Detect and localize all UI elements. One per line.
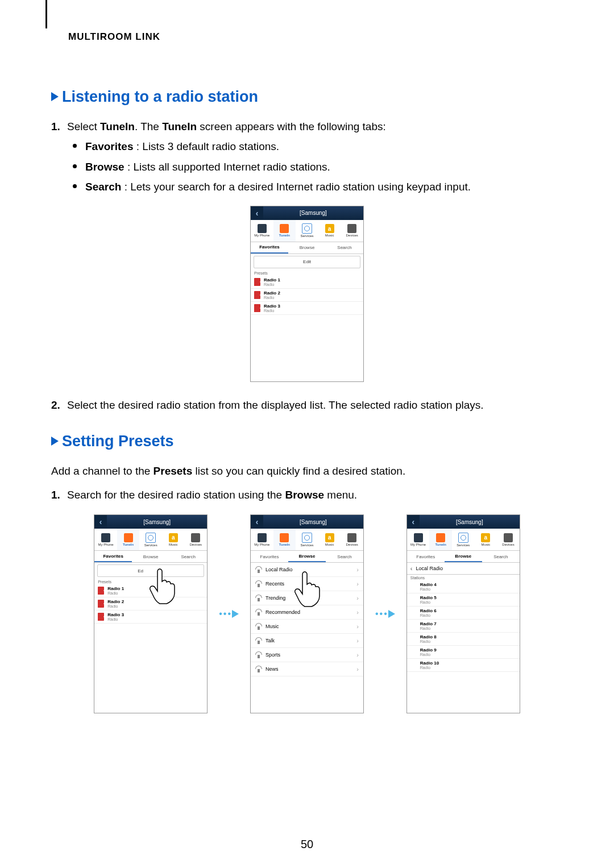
station-row[interactable]: Radio 3Radio: [94, 610, 207, 624]
app-titlebar: ‹[Samsung]: [251, 515, 363, 529]
tabs-row: Favorites Browse Search: [251, 551, 363, 563]
station-row[interactable]: Radio 1Radio: [94, 584, 207, 597]
back-icon[interactable]: ‹: [94, 515, 107, 529]
nav-my-phone[interactable]: My Phone: [94, 529, 117, 550]
station-sub: Radio: [420, 639, 437, 643]
station-name: Radio 2: [107, 599, 124, 604]
back-icon[interactable]: ‹: [251, 515, 263, 529]
tab-bullets: Favorites : Lists 3 default radio statio…: [73, 138, 563, 195]
station-row[interactable]: Radio 9Radio: [407, 646, 520, 659]
t: list so you can quickly find a desired s…: [192, 465, 405, 477]
station-row[interactable]: Radio 10Radio: [407, 659, 520, 672]
presets-label: Presets: [251, 270, 363, 276]
edit-button[interactable]: Ed: [97, 564, 204, 577]
station-row[interactable]: Radio 2Radio: [251, 289, 363, 302]
local-radio-header[interactable]: ‹Local Radio: [407, 563, 520, 575]
station-name: Radio 3: [264, 304, 280, 309]
nav-tunein[interactable]: TuneIn: [273, 529, 296, 550]
label: Trending: [265, 595, 285, 601]
browse-sports[interactable]: Sports›: [251, 648, 363, 662]
station-row[interactable]: Radio 3Radio: [251, 302, 363, 315]
browse-local-radio[interactable]: Local Radio›: [251, 563, 363, 577]
station-row[interactable]: Radio 2Radio: [94, 597, 207, 610]
lbl: TuneIn: [279, 234, 290, 237]
tab-favorites[interactable]: Favorites: [94, 551, 132, 562]
t: menu.: [324, 489, 357, 501]
nav-my-phone[interactable]: My Phone: [251, 529, 273, 550]
browse-music[interactable]: Music›: [251, 620, 363, 634]
browse-recommended[interactable]: Recommended›: [251, 605, 363, 620]
screenshot-favorites-center: ‹ [Samsung] My Phone TuneIn Services Mus…: [51, 206, 563, 382]
browse-trending[interactable]: Trending›: [251, 591, 363, 605]
label: Local Radio: [265, 567, 293, 572]
tab-browse[interactable]: Browse: [132, 551, 169, 562]
tab-browse[interactable]: Browse: [288, 551, 326, 562]
tab-search[interactable]: Search: [169, 551, 207, 562]
nav-services[interactable]: Services: [139, 529, 162, 550]
step2-text: Select the desired radio station from th…: [67, 399, 484, 411]
tab-browse[interactable]: Browse: [445, 551, 482, 562]
steps-list-2: 1. Search for the desired radio station …: [51, 487, 563, 503]
lbl: Music: [482, 543, 491, 546]
nav-music[interactable]: Music: [475, 529, 497, 550]
back-icon[interactable]: ‹: [407, 515, 420, 529]
app-screenshot-4: ‹[Samsung] My Phone TuneIn Services Musi…: [406, 514, 520, 713]
station-name: Radio 2: [264, 290, 280, 296]
bullet-browse: Browse : Lists all supported Internet ra…: [73, 159, 563, 175]
nav-devices[interactable]: Devices: [341, 220, 363, 242]
nav-services[interactable]: Services: [296, 220, 318, 242]
tab-browse[interactable]: Browse: [288, 242, 326, 254]
nav-devices[interactable]: Devices: [497, 529, 520, 550]
nav-tunein[interactable]: TuneIn: [429, 529, 452, 550]
chevron-right-icon: ›: [356, 623, 359, 630]
t: Add a channel to the: [51, 465, 154, 477]
app-screenshot-2: ‹[Samsung] My Phone TuneIn Services Musi…: [94, 514, 208, 713]
tab-search[interactable]: Search: [482, 551, 520, 562]
station-row[interactable]: Radio 8Radio: [407, 633, 520, 646]
t: Browse: [85, 161, 125, 173]
back-icon[interactable]: ‹: [251, 206, 263, 220]
station-row[interactable]: Radio 6Radio: [407, 607, 520, 620]
tab-favorites[interactable]: Favorites: [251, 242, 288, 254]
lbl: Devices: [502, 543, 514, 546]
tab-favorites[interactable]: Favorites: [407, 551, 445, 562]
station-sub: Radio: [107, 617, 124, 621]
nav-devices[interactable]: Devices: [341, 529, 363, 550]
t: Favorites: [85, 140, 133, 152]
station-row[interactable]: Radio 7Radio: [407, 620, 520, 633]
nav-tunein[interactable]: TuneIn: [117, 529, 140, 550]
nav-my-phone[interactable]: My Phone: [251, 220, 273, 242]
station-row[interactable]: Radio 1Radio: [251, 276, 363, 289]
browse-recents[interactable]: Recents›: [251, 577, 363, 591]
app-title: [Samsung]: [107, 519, 207, 525]
app-screenshot-3: ‹[Samsung] My Phone TuneIn Services Musi…: [250, 514, 364, 713]
chevron-right-icon: ›: [356, 637, 359, 644]
station-sub: Radio: [420, 587, 437, 591]
station-sub: Radio: [264, 283, 280, 286]
tab-search[interactable]: Search: [326, 242, 363, 254]
presets-intro: Add a channel to the Presets list so you…: [51, 463, 563, 479]
browse-news[interactable]: News›: [251, 662, 363, 676]
nav-my-phone[interactable]: My Phone: [407, 529, 430, 550]
devices-icon: [504, 533, 513, 542]
nav-music[interactable]: Music: [318, 529, 341, 550]
bullet-search: Search : Lets your search for a desired …: [73, 178, 563, 195]
lbl: My Phone: [254, 234, 269, 237]
nav-services[interactable]: Services: [452, 529, 475, 550]
nav-tunein[interactable]: TuneIn: [273, 220, 296, 242]
station-row[interactable]: Radio 5Radio: [407, 593, 520, 607]
manual-page: MULTIROOM LINK Listening to a radio stat…: [0, 0, 614, 868]
station-sub: Radio: [264, 296, 280, 300]
station-row[interactable]: Radio 4Radio: [407, 580, 520, 593]
nav-music[interactable]: Music: [162, 529, 185, 550]
nav-music[interactable]: Music: [318, 220, 341, 242]
browse-talk[interactable]: Talk›: [251, 634, 363, 648]
nav-services[interactable]: Services: [296, 529, 318, 550]
nav-devices[interactable]: Devices: [185, 529, 208, 550]
tab-favorites[interactable]: Favorites: [251, 551, 288, 562]
tab-search[interactable]: Search: [326, 551, 363, 562]
phone-icon: [414, 533, 423, 542]
antenna-icon: [255, 666, 262, 672]
edit-button[interactable]: Edit: [254, 256, 360, 268]
lbl: My Phone: [410, 543, 426, 546]
